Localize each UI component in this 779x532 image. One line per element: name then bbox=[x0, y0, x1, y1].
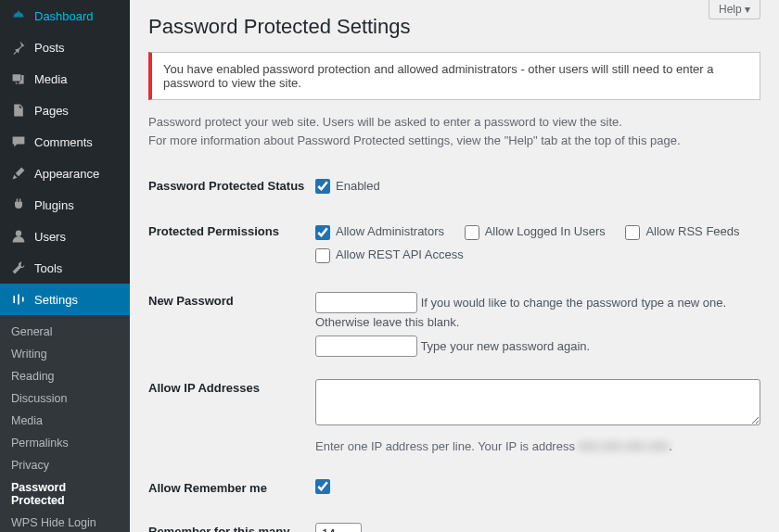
dashboard-icon bbox=[9, 6, 28, 25]
remember-label: Allow Remember me bbox=[148, 468, 315, 512]
remember-checkbox[interactable] bbox=[315, 479, 330, 494]
ip-addresses-textarea[interactable] bbox=[315, 379, 760, 425]
redacted-ip: 000.000.000.000 bbox=[579, 439, 670, 453]
perm-rest-option[interactable]: Allow REST API Access bbox=[315, 246, 464, 265]
submenu-writing[interactable]: Writing bbox=[0, 343, 130, 365]
sidebar-item-pages[interactable]: Pages bbox=[0, 95, 130, 126]
settings-form: Password Protected Status Enabled Protec… bbox=[148, 166, 760, 532]
sidebar-item-comments[interactable]: Comments bbox=[0, 126, 130, 158]
main-content: Help ▾ Password Protected Settings You h… bbox=[130, 0, 779, 532]
sidebar-item-label: Users bbox=[34, 230, 66, 244]
svg-point-0 bbox=[16, 231, 21, 236]
perm-rss-option[interactable]: Allow RSS Feeds bbox=[625, 222, 739, 242]
media-icon bbox=[9, 70, 28, 88]
submenu-reading[interactable]: Reading bbox=[0, 365, 130, 387]
status-label: Password Protected Status bbox=[148, 166, 315, 211]
sidebar-item-settings[interactable]: Settings bbox=[0, 284, 130, 315]
submenu-password-protected[interactable]: Password Protected bbox=[0, 476, 130, 512]
sidebar-item-label: Tools bbox=[34, 261, 62, 275]
days-input[interactable] bbox=[315, 523, 362, 532]
permissions-label: Protected Permissions bbox=[148, 211, 315, 280]
sidebar-item-plugins[interactable]: Plugins bbox=[0, 189, 130, 221]
submenu-privacy[interactable]: Privacy bbox=[0, 454, 130, 476]
admin-notice: You have enabled password protection and… bbox=[148, 52, 760, 100]
comment-icon bbox=[9, 133, 28, 151]
wrench-icon bbox=[9, 259, 28, 277]
sidebar-item-label: Pages bbox=[34, 104, 69, 118]
user-icon bbox=[9, 227, 28, 246]
sidebar-item-label: Posts bbox=[34, 41, 65, 55]
brush-icon bbox=[9, 164, 28, 183]
plug-icon bbox=[9, 196, 28, 214]
admin-sidebar: Dashboard Posts Media Pages Comments App… bbox=[0, 0, 130, 532]
page-title: Password Protected Settings bbox=[148, 15, 760, 39]
sidebar-item-label: Settings bbox=[34, 293, 78, 307]
sidebar-item-label: Media bbox=[34, 72, 67, 86]
sidebar-item-label: Plugins bbox=[34, 198, 74, 212]
new-password-input[interactable] bbox=[315, 292, 417, 313]
submenu-discussion[interactable]: Discussion bbox=[0, 387, 130, 410]
page-description: Password protect your web site. Users wi… bbox=[148, 113, 760, 149]
settings-submenu: General Writing Reading Discussion Media… bbox=[0, 315, 130, 532]
sidebar-item-label: Comments bbox=[34, 135, 93, 149]
page-icon bbox=[9, 101, 28, 120]
sidebar-item-media[interactable]: Media bbox=[0, 63, 130, 95]
confirm-password-input[interactable] bbox=[315, 336, 417, 357]
sidebar-item-tools[interactable]: Tools bbox=[0, 252, 130, 284]
status-enabled-option[interactable]: Enabled bbox=[315, 177, 380, 196]
submenu-general[interactable]: General bbox=[0, 321, 130, 343]
help-tab[interactable]: Help ▾ bbox=[709, 0, 760, 19]
submenu-media[interactable]: Media bbox=[0, 410, 130, 432]
perm-admin-checkbox[interactable] bbox=[315, 225, 330, 240]
status-checkbox[interactable] bbox=[315, 179, 330, 194]
sidebar-item-users[interactable]: Users bbox=[0, 221, 130, 252]
newpass-label: New Password bbox=[148, 281, 315, 369]
newpass-hint2: Type your new password again. bbox=[420, 339, 590, 353]
sidebar-item-label: Dashboard bbox=[34, 9, 94, 23]
sidebar-item-posts[interactable]: Posts bbox=[0, 32, 130, 63]
sidebar-item-dashboard[interactable]: Dashboard bbox=[0, 0, 130, 32]
pin-icon bbox=[9, 38, 28, 57]
submenu-wps-hide-login[interactable]: WPS Hide Login bbox=[0, 512, 130, 532]
days-label: Remember for this many days bbox=[148, 512, 315, 532]
sidebar-item-appearance[interactable]: Appearance bbox=[0, 158, 130, 189]
perm-logged-option[interactable]: Allow Logged In Users bbox=[465, 222, 606, 242]
ip-label: Allow IP Addresses bbox=[148, 368, 315, 468]
submenu-permalinks[interactable]: Permalinks bbox=[0, 432, 130, 454]
ip-hint: Enter one IP address per line. Your IP i… bbox=[315, 437, 760, 457]
perm-rest-checkbox[interactable] bbox=[315, 248, 330, 263]
perm-rss-checkbox[interactable] bbox=[625, 225, 640, 240]
perm-logged-checkbox[interactable] bbox=[465, 225, 479, 240]
sliders-icon bbox=[9, 290, 28, 309]
perm-admin-option[interactable]: Allow Administrators bbox=[315, 222, 444, 242]
sidebar-item-label: Appearance bbox=[34, 167, 99, 181]
